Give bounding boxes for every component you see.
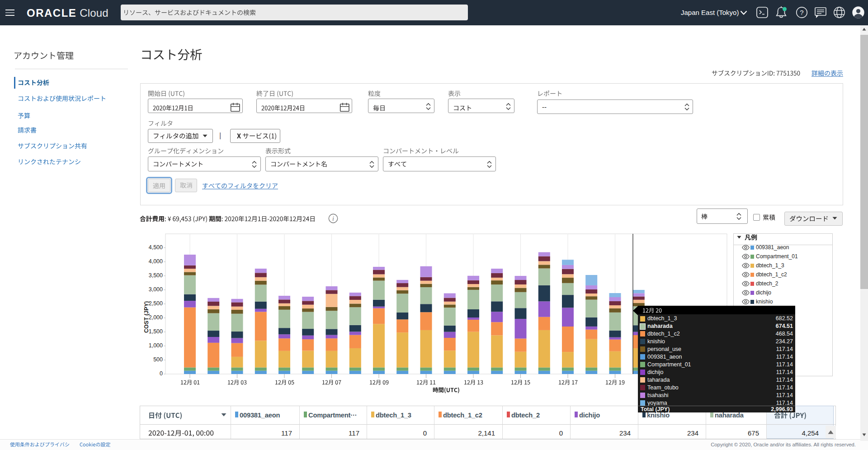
svg-text:COST (JPY): COST (JPY) <box>143 301 150 333</box>
